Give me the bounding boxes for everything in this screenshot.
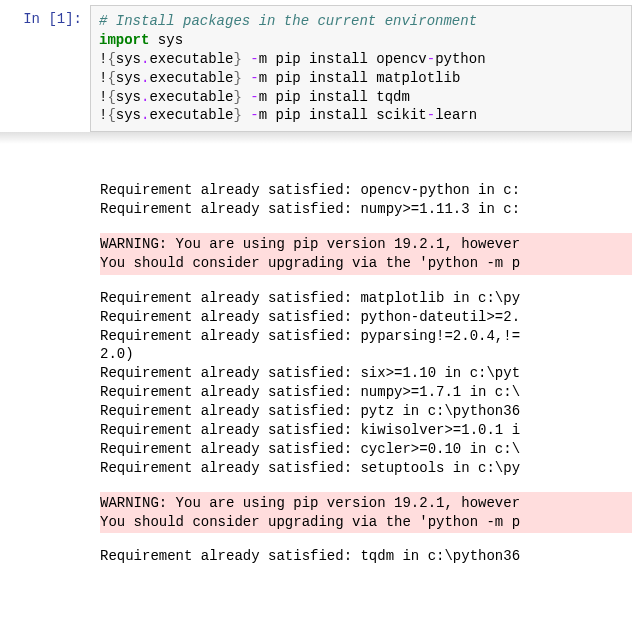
open-brace-2: { xyxy=(107,70,115,86)
pkg3: tqdm xyxy=(376,89,410,105)
sys-4: sys xyxy=(116,107,141,123)
close-brace-3: } xyxy=(233,89,241,105)
out-line: Requirement already satisfied: numpy>=1.… xyxy=(100,383,632,402)
code-line-pkg1: !{sys.executable} -m pip install opencv-… xyxy=(99,50,623,69)
code-line-comment: # Install packages in the current enviro… xyxy=(99,12,623,31)
sys-3: sys xyxy=(116,89,141,105)
warning-block-1: WARNING: You are using pip version 19.2.… xyxy=(100,233,632,275)
code-line-pkg3: !{sys.executable} -m pip install tqdm xyxy=(99,88,623,107)
open-brace-4: { xyxy=(107,107,115,123)
code-line-pkg2: !{sys.executable} -m pip install matplot… xyxy=(99,69,623,88)
exe-2: executable xyxy=(149,70,233,86)
code-line-pkg4: !{sys.executable} -m pip install scikit-… xyxy=(99,106,623,125)
pkg4b: learn xyxy=(435,107,477,123)
out-line: Requirement already satisfied: numpy>=1.… xyxy=(100,200,632,219)
dash-3a: - xyxy=(250,89,258,105)
out-line: 2.0) xyxy=(100,345,632,364)
out-line: Requirement already satisfied: python-da… xyxy=(100,308,632,327)
pkg1b: python xyxy=(435,51,485,67)
code-cell: In [1]: # Install packages in the curren… xyxy=(0,0,632,132)
dash-4a: - xyxy=(250,107,258,123)
import-keyword: import xyxy=(99,32,149,48)
open-brace-1: { xyxy=(107,51,115,67)
out-line: Requirement already satisfied: opencv-py… xyxy=(100,181,632,200)
pkg4a: scikit xyxy=(376,107,426,123)
import-module: sys xyxy=(149,32,183,48)
out-line: Requirement already satisfied: tqdm in c… xyxy=(100,547,632,566)
warn-line: You should consider upgrading via the 'p… xyxy=(100,254,632,273)
code-input-area[interactable]: # Install packages in the current enviro… xyxy=(90,5,632,132)
close-brace-1: } xyxy=(233,51,241,67)
out-line: Requirement already satisfied: setuptool… xyxy=(100,459,632,478)
close-brace-4: } xyxy=(233,107,241,123)
open-brace-3: { xyxy=(107,89,115,105)
exe-4: executable xyxy=(149,107,233,123)
pkg1a: opencv xyxy=(376,51,426,67)
pip-4: m pip install xyxy=(259,107,377,123)
warning-block-2: WARNING: You are using pip version 19.2.… xyxy=(100,492,632,534)
sys-2: sys xyxy=(116,70,141,86)
dash-4b: - xyxy=(427,107,435,123)
cell-output: Requirement already satisfied: opencv-py… xyxy=(0,144,632,585)
out-line: Requirement already satisfied: six>=1.10… xyxy=(100,364,632,383)
pip-3: m pip install xyxy=(259,89,377,105)
comment-text: # Install packages in the current enviro… xyxy=(99,13,477,29)
exe-1: executable xyxy=(149,51,233,67)
dash-1a: - xyxy=(250,51,258,67)
cell-shadow xyxy=(0,132,632,144)
pip-2: m pip install xyxy=(259,70,377,86)
out-line: Requirement already satisfied: kiwisolve… xyxy=(100,421,632,440)
input-prompt: In [1]: xyxy=(0,5,90,27)
pkg2: matplotlib xyxy=(376,70,460,86)
pip-1: m pip install xyxy=(259,51,377,67)
dash-2a: - xyxy=(250,70,258,86)
out-line: Requirement already satisfied: pytz in c… xyxy=(100,402,632,421)
close-brace-2: } xyxy=(233,70,241,86)
warn-line: WARNING: You are using pip version 19.2.… xyxy=(100,235,632,254)
out-line: Requirement already satisfied: matplotli… xyxy=(100,289,632,308)
out-line: Requirement already satisfied: cycler>=0… xyxy=(100,440,632,459)
sys-1: sys xyxy=(116,51,141,67)
warn-line: You should consider upgrading via the 'p… xyxy=(100,513,632,532)
exe-3: executable xyxy=(149,89,233,105)
code-line-import: import sys xyxy=(99,31,623,50)
out-line: Requirement already satisfied: pyparsing… xyxy=(100,327,632,346)
dash-1b: - xyxy=(427,51,435,67)
warn-line: WARNING: You are using pip version 19.2.… xyxy=(100,494,632,513)
